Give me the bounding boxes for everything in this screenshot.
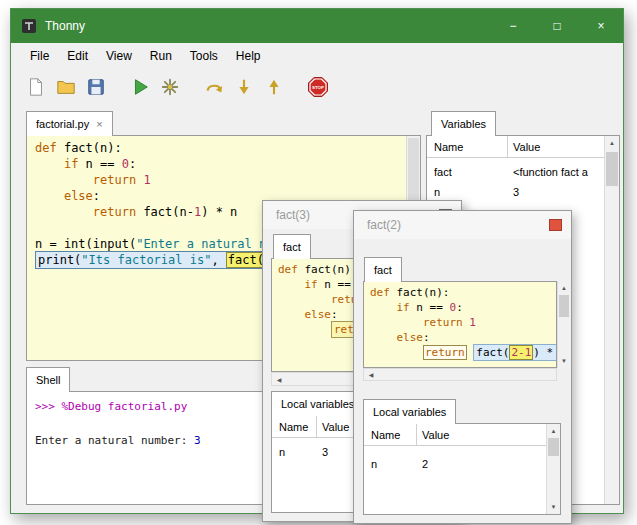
toolbar: STOP <box>11 69 623 105</box>
run-button[interactable] <box>125 72 155 102</box>
scroll-left-arrow[interactable]: ◀ <box>364 369 378 380</box>
tab-close-icon[interactable]: × <box>96 118 102 130</box>
scrollbar-thumb[interactable] <box>606 152 618 186</box>
variable-value: <function fact a <box>513 166 588 178</box>
frame3-tab-label: fact <box>283 241 301 253</box>
frame3-locals-label: Local variables <box>281 398 354 410</box>
menu-view[interactable]: View <box>97 45 141 67</box>
frame2-locals-scrollbar[interactable]: ▲ ▼ <box>546 424 560 514</box>
step-into-icon <box>234 77 254 97</box>
code-line: def fact(n): <box>35 140 420 156</box>
stop-icon: STOP <box>307 76 329 98</box>
frame2-v-scrollbar[interactable]: ▲ ▼ <box>557 281 570 368</box>
scroll-up-arrow[interactable]: ▲ <box>605 136 619 150</box>
code-line: else: <box>370 330 556 345</box>
new-file-icon <box>26 77 46 97</box>
save-file-button[interactable] <box>81 72 111 102</box>
open-file-button[interactable] <box>51 72 81 102</box>
open-file-icon <box>56 77 76 97</box>
frame2-local-variables-tab[interactable]: Local variables <box>363 399 456 424</box>
menu-edit[interactable]: Edit <box>58 45 97 67</box>
frame2-titlebar[interactable]: fact(2) <box>354 211 571 239</box>
column-divider <box>316 416 317 437</box>
step-out-icon <box>264 77 284 97</box>
editor-tab-label: factorial.py <box>36 118 89 130</box>
debug-button[interactable] <box>155 72 185 102</box>
thonny-logo-icon <box>21 18 37 34</box>
stop-button[interactable]: STOP <box>303 72 333 102</box>
scroll-up-arrow[interactable]: ▲ <box>547 424 560 438</box>
step-over-icon <box>204 77 224 97</box>
variable-value: 3 <box>322 446 328 458</box>
frame2-locals-label: Local variables <box>373 406 446 418</box>
code-line: def fact(n): <box>370 285 556 300</box>
step-into-button[interactable] <box>229 72 259 102</box>
variable-value: 2 <box>422 458 428 470</box>
scroll-down-arrow[interactable]: ▼ <box>547 500 560 514</box>
run-icon <box>130 77 150 97</box>
column-divider <box>416 424 417 445</box>
column-header-name: Name <box>279 421 308 433</box>
column-header-value: Value <box>422 429 449 441</box>
frame2-tab-label: fact <box>374 264 392 276</box>
variable-name: n <box>434 186 440 198</box>
frame2-table-header: Name Value <box>364 424 546 446</box>
desktop: Thonny − □ × File Edit View Run Tools He… <box>0 0 637 525</box>
titlebar[interactable]: Thonny − □ × <box>11 9 623 43</box>
menu-tools[interactable]: Tools <box>181 45 227 67</box>
frame-window-fact2: fact(2) fact def fact(n): if n == 0: ret… <box>353 210 572 524</box>
scrollbar-thumb[interactable] <box>559 295 569 317</box>
tab-factorial-py[interactable]: factorial.py × <box>26 111 113 136</box>
column-divider <box>507 136 508 157</box>
close-button[interactable]: × <box>579 9 623 43</box>
frame2-h-scrollbar[interactable]: ◀ <box>363 368 557 381</box>
variable-row-fact[interactable]: fact <function fact a <box>427 162 604 182</box>
window-title: Thonny <box>45 19 85 33</box>
variables-scrollbar[interactable]: ▲ <box>604 136 619 504</box>
column-header-name: Name <box>434 141 463 153</box>
frame2-close-button[interactable] <box>549 219 562 231</box>
maximize-button[interactable]: □ <box>535 9 579 43</box>
debug-icon <box>160 77 180 97</box>
code-line: return 1 <box>35 172 420 188</box>
svg-text:STOP: STOP <box>312 85 324 90</box>
frame3-local-variables-tab[interactable]: Local variables <box>271 391 364 416</box>
tab-shell[interactable]: Shell <box>26 367 70 392</box>
frame3-title: fact(3) <box>276 208 310 222</box>
frame2-tab-fact[interactable]: fact <box>364 257 402 282</box>
frame2-code-pane: def fact(n): if n == 0: return 1 else: r… <box>363 281 557 368</box>
scroll-up-arrow[interactable]: ▲ <box>558 281 570 295</box>
window-controls: − □ × <box>491 9 623 43</box>
variables-tab-label: Variables <box>441 118 486 130</box>
variable-name: fact <box>434 166 452 178</box>
save-file-icon <box>86 77 106 97</box>
scroll-down-arrow[interactable]: ▼ <box>558 354 570 368</box>
frame2-code[interactable]: def fact(n): if n == 0: return 1 else: r… <box>364 282 556 360</box>
local-variable-row-n[interactable]: n 2 <box>364 454 546 474</box>
column-header-value: Value <box>322 421 349 433</box>
column-header-name: Name <box>371 429 400 441</box>
new-file-button[interactable] <box>21 72 51 102</box>
step-over-button[interactable] <box>199 72 229 102</box>
code-line: return 1 <box>370 315 556 330</box>
column-header-value: Value <box>513 141 540 153</box>
frame2-title: fact(2) <box>367 218 401 232</box>
menu-file[interactable]: File <box>21 45 58 67</box>
variable-name: n <box>279 446 285 458</box>
frame2-locals-table: Name Value n 2 ▲ ▼ <box>363 423 561 515</box>
code-line: if n == 0: <box>370 300 556 315</box>
scrollbar-thumb[interactable] <box>548 438 559 456</box>
scroll-left-arrow[interactable]: ◀ <box>272 373 286 385</box>
variables-table-header: Name Value <box>427 136 604 158</box>
frame3-tab-fact[interactable]: fact <box>273 234 311 259</box>
shell-tab-label: Shell <box>36 374 60 386</box>
menu-run[interactable]: Run <box>141 45 181 67</box>
step-out-button[interactable] <box>259 72 289 102</box>
minimize-button[interactable]: − <box>491 9 535 43</box>
variable-value: 3 <box>513 186 519 198</box>
menu-help[interactable]: Help <box>227 45 270 67</box>
tab-variables[interactable]: Variables <box>431 111 496 136</box>
variable-name: n <box>371 458 377 470</box>
variable-row-n[interactable]: n 3 <box>427 182 604 202</box>
code-line: return fact(2-1) * n <box>370 345 556 360</box>
